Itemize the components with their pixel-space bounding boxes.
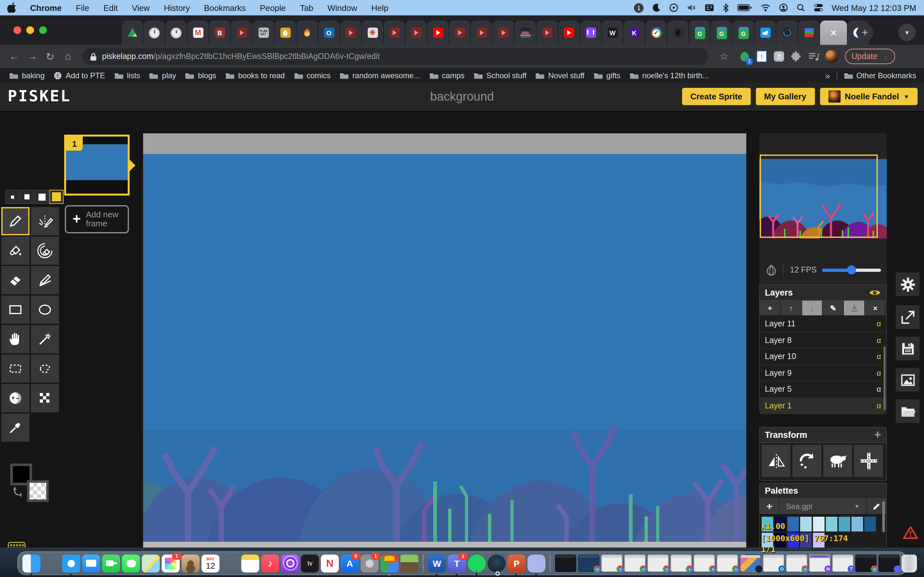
palette-color[interactable] [851,517,863,532]
tab-planet[interactable] [776,21,798,45]
open-file-button[interactable] [896,400,919,423]
dock-steam[interactable] [488,554,506,572]
input-source-icon[interactable] [704,3,714,12]
dock-photos[interactable]: 1 [162,554,180,572]
control-center-icon[interactable] [814,3,823,12]
secondary-color-swatch[interactable] [27,480,49,502]
dock-calendar[interactable]: MAY12 [202,554,220,572]
tab-mosaic[interactable] [798,21,819,45]
menubar-clock[interactable]: Wed May 12 12:03 PM [832,3,916,13]
dock-safari[interactable] [62,554,80,572]
fps-slider[interactable] [822,268,881,271]
dock-app-store[interactable]: A5 [341,554,359,572]
tool-vertical-mirror-pen[interactable] [31,207,59,235]
notification-badge[interactable]: 1 [634,3,644,13]
tab-classroom[interactable]: G [733,21,754,45]
rename-layer-button[interactable]: ✎ [823,301,844,316]
tab-classroom[interactable]: G [689,21,710,45]
pen-size-4[interactable] [49,190,63,204]
tab-ornament[interactable]: ✳ [362,21,383,45]
bookmark-comics[interactable]: comics [294,71,331,80]
my-gallery-button[interactable]: My Gallery [756,88,815,105]
tab-suspended[interactable] [144,21,165,45]
layer-alpha-button[interactable]: α [877,319,881,329]
pen-size-2[interactable] [20,190,34,204]
tool-magic-bucket[interactable] [31,237,59,265]
menu-tab[interactable]: Tab [293,3,320,13]
bookmark-lists[interactable]: lists [114,71,140,80]
minimized-window[interactable] [601,554,622,572]
delete-layer-button[interactable]: × [865,301,886,316]
minimize-window-button[interactable] [26,26,34,34]
menu-file[interactable]: File [69,3,96,13]
tab-kahoot[interactable]: K [624,21,645,45]
tool-dithering[interactable] [31,384,59,412]
tab-youtube-red[interactable] [558,21,580,45]
tab-flame[interactable] [296,21,318,45]
new-tab-button[interactable]: + [857,24,873,41]
layer-row[interactable]: Layer 11α [760,316,886,332]
dock-word[interactable]: W [428,554,446,572]
dock-discord[interactable] [527,554,545,572]
dock-settings[interactable]: 1 [360,554,379,572]
drawing-canvas-area[interactable] [143,133,746,554]
transform-expand-button[interactable]: + [874,428,881,442]
tool-pen[interactable] [1,207,29,235]
bookmark-camps[interactable]: camps [429,71,465,80]
tab-youtube[interactable] [449,21,470,45]
tab-youtube-red[interactable] [427,21,449,45]
tab-gmail[interactable]: M [187,21,208,45]
minimized-window-game[interactable] [555,554,576,572]
settings-button[interactable] [896,272,919,296]
minimized-window[interactable] [578,554,599,572]
merge-layer-button[interactable] [844,301,865,316]
tab-check[interactable] [646,21,667,45]
tab-youtube[interactable] [493,21,514,45]
create-palette-button[interactable]: + [760,499,780,514]
layer-row[interactable]: Layer 8α [760,332,886,349]
bookmark-random-awesome[interactable]: random awesome... [339,71,420,80]
dock-apple-tv[interactable]: tv [301,554,319,572]
layer-alpha-button[interactable]: α [877,369,881,378]
dock-powerpoint[interactable]: P [507,554,525,572]
resize-button[interactable] [896,305,919,329]
tool-color-picker[interactable] [1,414,29,442]
dock-music[interactable]: ♪ [261,554,279,572]
dock-trash[interactable] [901,554,917,572]
dock-reminders[interactable] [221,554,239,572]
layer-alpha-button[interactable]: α [877,385,881,394]
tab-youtube[interactable] [340,21,361,45]
dock-mail[interactable] [82,554,100,572]
dock-news[interactable]: N [321,554,339,572]
user-menu-button[interactable]: Noelle Fandel▼ [820,88,918,105]
tab-suspended[interactable] [166,21,187,45]
minimized-window-outlook[interactable]: O [763,554,784,572]
minimized-window[interactable] [855,554,877,572]
fps-slider-knob[interactable] [846,265,856,274]
layer-row-selected[interactable]: Layer 1α [760,398,886,414]
save-button[interactable] [896,337,919,360]
dock-notes[interactable] [241,554,259,572]
bookmark-blogs[interactable]: blogs [185,71,216,80]
battery-icon[interactable] [737,4,752,11]
move-layer-up-button[interactable]: ↑ [781,301,802,316]
tab-twitch[interactable] [580,21,601,45]
dock-podcasts[interactable] [281,554,299,572]
palette-select[interactable]: Sea.gpl▼ [780,499,867,514]
dock-maps[interactable] [142,554,160,572]
palette-color[interactable] [800,517,812,532]
add-layer-button[interactable]: + [760,301,781,316]
bookmark-baking[interactable]: baking [9,71,45,80]
wifi-icon[interactable] [760,4,771,11]
minimized-window[interactable] [786,554,807,572]
pen-size-1[interactable] [5,190,19,204]
chrome-update-button[interactable]: Update⋮ [845,49,895,64]
pen-size-3[interactable] [35,190,49,204]
palette-scrollbar[interactable] [882,501,885,532]
browser-avatar[interactable] [825,50,838,63]
tool-move[interactable] [1,325,29,353]
bookmark-books-to-read[interactable]: books to read [225,71,284,80]
playlist-extension-icon[interactable] [808,51,819,62]
tool-circle[interactable] [31,295,59,324]
menu-view[interactable]: View [125,3,157,13]
